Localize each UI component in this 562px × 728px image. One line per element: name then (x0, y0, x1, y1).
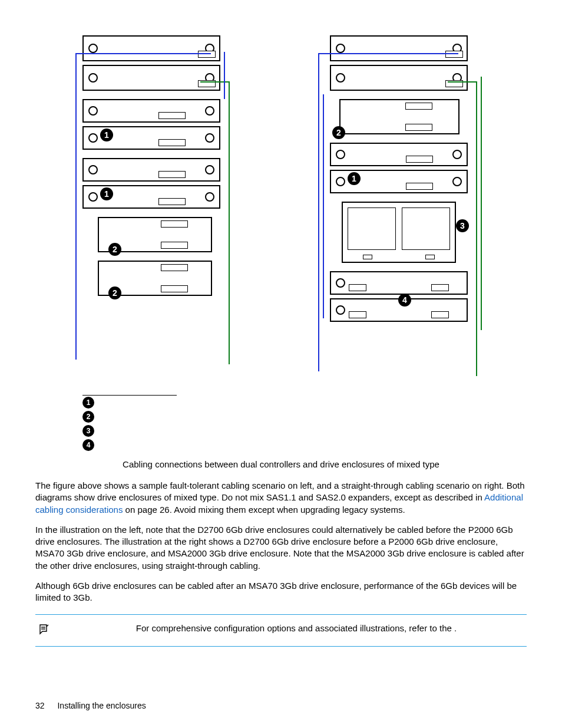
legend-number: 3 (82, 425, 94, 437)
section-title: Installing the enclosures (57, 701, 146, 710)
legend-row: 4 MSA2000 3Gb drive enclosure (82, 438, 177, 452)
figure-caption: Figure 19 Cabling connections between du… (35, 459, 527, 469)
controller-enclosure (82, 35, 220, 61)
msa2000-drive-enclosure (330, 271, 468, 295)
controller-enclosure (330, 65, 468, 91)
legend-row: 1 P2000 6Gb drive enclosure (82, 396, 177, 410)
cabling-diagrams: 1 1 2 (35, 35, 527, 389)
controller-enclosure (82, 65, 220, 91)
legend-number: 4 (82, 439, 94, 451)
diagram-legend: 1 P2000 6Gb drive enclosure 2 D2700 6Gb … (82, 395, 177, 452)
msa70-drive-enclosure (342, 202, 456, 263)
legend-number: 1 (82, 397, 94, 409)
body-paragraph: The figure above shows a sample fault-to… (35, 480, 527, 516)
callout-2: 2 (332, 126, 345, 139)
callout-2: 2 (108, 243, 121, 256)
body-paragraph: In the illustration on the left, note th… (35, 524, 527, 572)
p2000-drive-enclosure (82, 99, 220, 123)
callout-4: 4 (398, 294, 411, 307)
note-box: NOTE: For comprehensive configuration op… (35, 614, 527, 647)
note-text: For comprehensive configuration options … (136, 623, 454, 633)
p2000-drive-enclosure (82, 158, 220, 182)
callout-1: 1 (100, 187, 113, 200)
callout-2: 2 (108, 286, 121, 299)
page-footer: 32 Installing the enclosures (35, 701, 146, 710)
callout-1: 1 (100, 129, 113, 141)
diagram-right: 2 1 3 (330, 35, 468, 330)
diagram-left: 1 1 2 (82, 35, 220, 304)
page-number: 32 (35, 701, 45, 710)
body-paragraph: Although 6Gb drive enclosures can be cab… (35, 580, 527, 604)
controller-enclosure (330, 35, 468, 61)
legend-number: 2 (82, 411, 94, 423)
legend-row: 3 MSA70 3Gb drive enclosure (82, 424, 177, 438)
note-icon (35, 623, 51, 638)
p2000-drive-enclosure (330, 143, 468, 166)
d2700-drive-enclosure (339, 99, 459, 134)
legend-row: 2 D2700 6Gb drive enclosure (82, 410, 177, 424)
callout-3: 3 (456, 219, 469, 232)
callout-1: 1 (348, 172, 361, 185)
